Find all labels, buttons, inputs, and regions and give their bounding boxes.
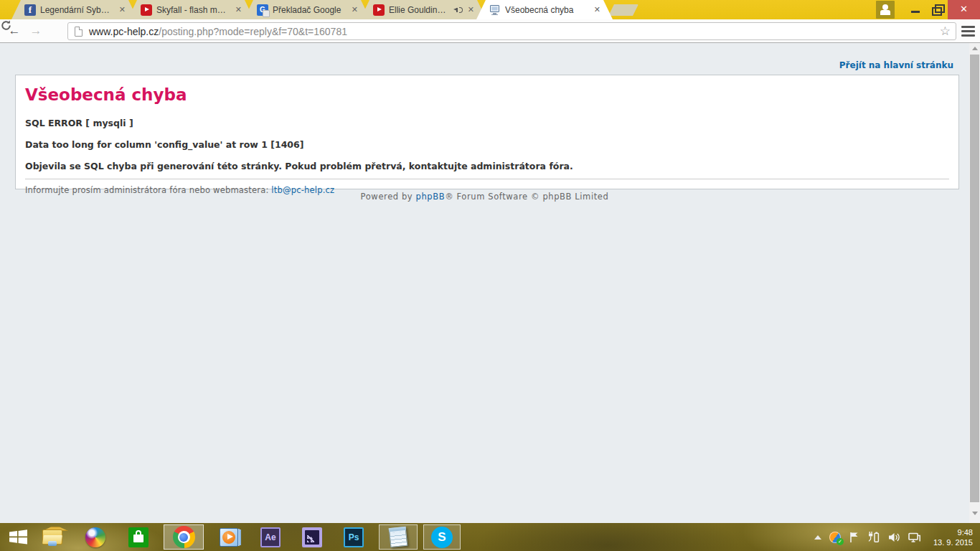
tab-title: Legendární Syberian <box>40 5 114 15</box>
file-explorer-button[interactable] <box>36 523 69 551</box>
tab-close-icon[interactable]: ✕ <box>593 5 601 14</box>
after-effects-icon: Ae <box>260 527 281 547</box>
address-bar[interactable]: www.pc-help.cz/posting.php?mode=reply&f=… <box>67 22 956 40</box>
windows-taskbar: Ae Ps S <box>0 523 980 551</box>
antivirus-status-icon[interactable] <box>829 532 841 543</box>
browser-titlebar: f Legendární Syberian ✕ Skyfall - flash … <box>0 0 980 19</box>
url-text[interactable]: www.pc-help.cz/posting.php?mode=reply&f=… <box>89 26 347 37</box>
phpbb-footer: Powered by phpBB® Forum Software © phpBB… <box>0 192 969 202</box>
show-hidden-icons-button[interactable] <box>814 535 821 540</box>
tab-title: Překladač Google <box>273 5 347 15</box>
browser-toolbar: ← → www.pc-help.cz/posting.php?mode=repl… <box>0 19 980 43</box>
tab-close-icon[interactable]: ✕ <box>118 5 126 14</box>
forward-button[interactable]: → <box>27 22 44 39</box>
skype-icon: S <box>431 527 453 548</box>
tab-skyfall-flashmob[interactable]: Skyfall - flash mob Morav ✕ <box>128 0 254 19</box>
photoshop-icon: Ps <box>344 527 364 547</box>
tab-close-icon[interactable]: ✕ <box>351 5 359 14</box>
photoshop-button[interactable]: Ps <box>337 523 370 551</box>
youtube-icon <box>373 4 385 16</box>
chrome-button-active[interactable] <box>164 524 204 550</box>
restore-button[interactable] <box>926 0 948 18</box>
windows-store-button[interactable] <box>122 523 155 551</box>
vertical-scrollbar[interactable] <box>969 43 980 523</box>
error-description-line: Objevila se SQL chyba při generování tét… <box>25 161 949 171</box>
chrome-menu-icon[interactable] <box>961 26 975 37</box>
network-icon[interactable] <box>908 532 921 543</box>
sql-error-line: SQL ERROR [ mysqli ] <box>25 118 949 128</box>
window-controls: ✕ <box>876 0 980 19</box>
system-tray: 9:48 13. 9. 2015 <box>814 527 980 547</box>
store-bag-icon <box>128 527 149 547</box>
media-player-icon <box>220 528 238 547</box>
back-button[interactable]: ← <box>6 22 23 39</box>
skype-button[interactable]: S <box>423 524 461 550</box>
error-panel: Všeobecná chyba SQL ERROR [ mysqli ] Dat… <box>15 75 959 189</box>
start-button[interactable] <box>0 523 36 551</box>
desktop: f Legendární Syberian ✕ Skyfall - flash … <box>0 0 980 551</box>
monitor-favicon <box>489 4 501 16</box>
tab-close-icon[interactable]: ✕ <box>235 5 242 14</box>
chrome-icon <box>173 526 195 548</box>
web-page: Přejít na hlavní stránku Všeobecná chyba… <box>0 43 980 523</box>
tab-prekladac-google[interactable]: G Překladač Google ✕ <box>244 0 370 19</box>
media-player-button[interactable] <box>212 523 245 551</box>
windows-logo-icon <box>9 528 28 546</box>
youtube-icon <box>141 4 152 16</box>
media-encoder-button[interactable] <box>296 523 329 551</box>
colorful-sphere-icon <box>85 527 105 547</box>
profile-button[interactable] <box>876 1 895 19</box>
scroll-down-button[interactable] <box>969 508 980 519</box>
notepad-icon <box>389 527 408 547</box>
new-tab-button[interactable] <box>608 4 639 16</box>
taskbar-clock[interactable]: 9:48 13. 9. 2015 <box>929 527 973 547</box>
close-window-button[interactable]: ✕ <box>948 0 980 19</box>
tab-close-icon[interactable]: ✕ <box>467 5 475 14</box>
after-effects-button[interactable]: Ae <box>254 523 287 551</box>
error-title: Všeobecná chyba <box>25 85 949 104</box>
tab-legendarni-syberian[interactable]: f Legendární Syberian ✕ <box>11 0 138 19</box>
google-translate-icon: G <box>257 4 268 16</box>
action-center-flag-icon[interactable] <box>849 532 859 543</box>
scrollbar-thumb[interactable] <box>970 55 979 502</box>
tab-strip: f Legendární Syberian ✕ Skyfall - flash … <box>11 0 639 19</box>
volume-speaker-icon[interactable] <box>888 532 900 543</box>
power-battery-icon[interactable] <box>867 531 880 543</box>
tab-vseobecna-chyba-active[interactable]: Všeobecná chyba ✕ <box>476 0 613 19</box>
tab-title: Ellie Goulding - Love M <box>389 5 449 15</box>
divider <box>25 179 949 179</box>
error-detail-line: Data too long for column 'config_value' … <box>25 139 949 150</box>
media-converter-button[interactable] <box>79 523 112 551</box>
scroll-up-button[interactable] <box>969 43 980 54</box>
bookmark-star-icon[interactable]: ☆ <box>940 23 951 39</box>
facebook-icon: f <box>24 4 36 16</box>
tab-title: Skyfall - flash mob Morav <box>156 5 230 15</box>
tab-audio-speaker-icon <box>453 6 463 14</box>
minimize-button[interactable] <box>905 0 926 18</box>
tab-title: Všeobecná chyba <box>505 5 589 15</box>
media-encoder-icon <box>302 527 322 547</box>
page-document-icon <box>75 27 83 37</box>
phpbb-link[interactable]: phpBB <box>416 192 446 202</box>
clock-date: 13. 9. 2015 <box>933 537 973 547</box>
tab-ellie-goulding[interactable]: Ellie Goulding - Love M ✕ <box>360 0 486 19</box>
notepad-button[interactable] <box>379 524 418 550</box>
clock-time: 9:48 <box>933 527 973 537</box>
folder-icon <box>42 529 62 545</box>
home-page-link[interactable]: Přejít na hlavní stránku <box>839 60 953 70</box>
